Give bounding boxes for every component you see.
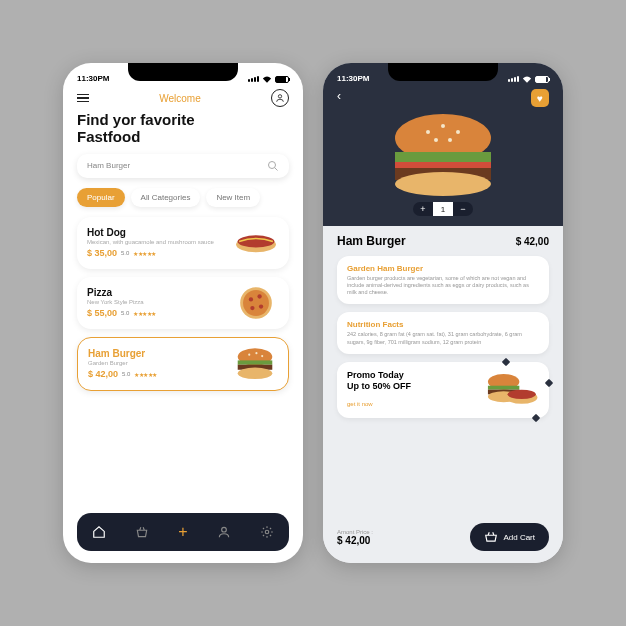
svg-point-17 <box>261 355 263 357</box>
signal-icon <box>248 76 259 82</box>
phone-detail-screen: 11:30PM ‹ ♥ + 1 − Ham Burger $ 42,00 Gar… <box>323 63 563 563</box>
svg-point-18 <box>222 527 227 532</box>
product-title: Ham Burger <box>337 234 406 248</box>
nav-basket-icon[interactable] <box>135 525 149 539</box>
add-cart-button[interactable]: Add Cart <box>470 523 549 551</box>
product-price: $ 42,00 <box>516 236 549 247</box>
nav-home-icon[interactable] <box>92 525 106 539</box>
item-name: Pizza <box>87 287 225 298</box>
svg-point-1 <box>269 161 276 168</box>
item-desc: Mexican, with guacamole and mushroom sau… <box>87 239 225 245</box>
top-bar: Welcome <box>77 89 289 107</box>
promo-title-2: Up to 50% OFF <box>347 381 476 392</box>
profile-icon[interactable] <box>271 89 289 107</box>
svg-point-19 <box>266 530 270 534</box>
battery-icon <box>535 76 549 83</box>
qty-value: 1 <box>433 202 453 216</box>
phone-list-screen: 11:30PM Welcome Find yor favorite Fastfo… <box>63 63 303 563</box>
stars-icon: ★★★★★ <box>133 250 156 257</box>
bottom-nav: + <box>77 513 289 551</box>
promo-card[interactable]: Promo Today Up to 50% OFF get it now <box>337 362 549 418</box>
status-time: 11:30PM <box>77 74 109 83</box>
item-image <box>233 285 279 321</box>
svg-line-2 <box>275 167 278 170</box>
item-rating: 5.0 <box>122 371 130 377</box>
hero-section: 11:30PM ‹ ♥ + 1 − <box>323 63 563 226</box>
page-headline: Find yor favorite Fastfood <box>77 111 289 146</box>
svg-point-9 <box>259 304 263 308</box>
notch <box>388 63 498 81</box>
nav-settings-icon[interactable] <box>260 525 274 539</box>
quantity-stepper: + 1 − <box>323 202 563 216</box>
wifi-icon <box>262 75 272 83</box>
category-tabs: Popular All Categories New Item <box>77 188 289 207</box>
svg-rect-27 <box>395 162 491 168</box>
item-image <box>232 346 278 382</box>
tab-popular[interactable]: Popular <box>77 188 125 207</box>
svg-point-0 <box>278 95 281 98</box>
checkout-footer: Amont Price : $ 42,00 Add Cart <box>323 515 563 563</box>
status-time: 11:30PM <box>337 74 369 83</box>
back-icon[interactable]: ‹ <box>337 89 341 107</box>
item-image <box>233 225 279 261</box>
battery-icon <box>275 76 289 83</box>
stars-icon: ★★★★★ <box>134 371 157 378</box>
wifi-icon <box>522 75 532 83</box>
item-rating: 5.0 <box>121 310 129 316</box>
status-icons <box>508 75 549 83</box>
svg-point-15 <box>248 353 250 355</box>
favorite-button[interactable]: ♥ <box>531 89 549 107</box>
item-price: $ 42,00 <box>88 369 118 379</box>
svg-point-23 <box>456 130 460 134</box>
status-icons <box>248 75 289 83</box>
card-text: Garden burger products are vegetarian, s… <box>347 275 539 296</box>
item-name: Hot Dog <box>87 227 225 238</box>
promo-link[interactable]: get it now <box>347 401 373 407</box>
search-value: Ham Burger <box>87 161 261 170</box>
item-rating: 5.0 <box>121 250 129 256</box>
svg-point-8 <box>257 294 261 298</box>
svg-point-4 <box>238 235 275 247</box>
info-card: Garden Ham Burger Garden burger products… <box>337 256 549 304</box>
stars-icon: ★★★★★ <box>133 310 156 317</box>
add-cart-label: Add Cart <box>503 533 535 542</box>
svg-point-35 <box>508 389 536 398</box>
list-item[interactable]: Hot Dog Mexican, with guacamole and mush… <box>77 217 289 269</box>
card-title: Nutrition Facts <box>347 320 539 329</box>
svg-point-14 <box>238 367 273 379</box>
svg-point-24 <box>434 138 438 142</box>
cart-icon <box>484 531 498 543</box>
qty-increase-button[interactable]: + <box>413 202 433 216</box>
item-desc: Garden Burger <box>88 360 224 366</box>
svg-rect-26 <box>395 152 491 162</box>
card-title: Garden Ham Burger <box>347 264 539 273</box>
promo-title-1: Promo Today <box>347 370 476 381</box>
search-input[interactable]: Ham Burger <box>77 154 289 178</box>
promo-image <box>484 370 539 410</box>
svg-point-25 <box>448 138 452 142</box>
item-price: $ 35,00 <box>87 248 117 258</box>
svg-point-6 <box>243 290 269 316</box>
qty-decrease-button[interactable]: − <box>453 202 473 216</box>
nav-add-icon[interactable]: + <box>178 523 187 541</box>
product-image <box>323 107 563 202</box>
list-item[interactable]: Pizza New York Style Pizza $ 55,00 5.0 ★… <box>77 277 289 329</box>
search-icon <box>267 160 279 172</box>
list-item[interactable]: Ham Burger Garden Burger $ 42,00 5.0 ★★★… <box>77 337 289 391</box>
notch <box>128 63 238 81</box>
svg-point-22 <box>441 124 445 128</box>
tab-new-item[interactable]: New Item <box>206 188 260 207</box>
info-card: Nutrition Facts 242 calories, 8 gram fat… <box>337 312 549 353</box>
welcome-label: Welcome <box>159 93 201 104</box>
tab-all-categories[interactable]: All Categories <box>131 188 201 207</box>
item-price: $ 55,00 <box>87 308 117 318</box>
svg-point-16 <box>255 352 257 354</box>
item-desc: New York Style Pizza <box>87 299 225 305</box>
svg-point-29 <box>395 172 491 196</box>
nav-user-icon[interactable] <box>217 525 231 539</box>
menu-icon[interactable] <box>77 94 89 103</box>
svg-point-21 <box>426 130 430 134</box>
svg-point-10 <box>250 305 254 309</box>
svg-rect-12 <box>238 360 273 364</box>
item-name: Ham Burger <box>88 348 224 359</box>
